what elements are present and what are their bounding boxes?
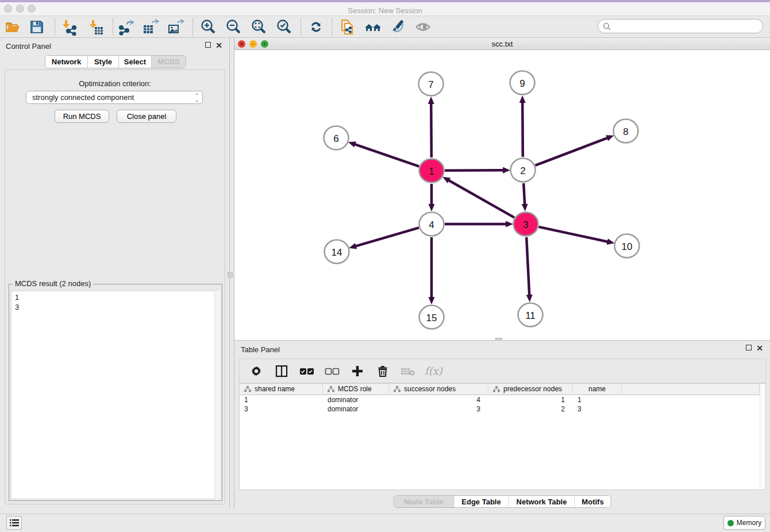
open-folder-icon[interactable] (3, 18, 22, 36)
tab-motifs[interactable]: Motifs (575, 496, 611, 507)
arrowhead-icon (607, 238, 615, 245)
node-table[interactable]: shared nameMCDS rolesuccessor nodesprede… (239, 383, 766, 490)
table-cell[interactable]: 3 (389, 404, 488, 414)
table-panel-close-icon[interactable]: ✕ (756, 344, 763, 352)
export-image-icon[interactable] (167, 18, 185, 36)
show-columns-icon[interactable] (273, 363, 290, 380)
graph-node-9[interactable]: 9 (510, 71, 535, 95)
table-cell[interactable]: dominator (323, 395, 389, 404)
graph-node-6[interactable]: 6 (324, 126, 349, 150)
criterion-dropdown[interactable]: strongly connected component ⌃⌃ (26, 91, 203, 104)
table-row[interactable]: 3dominator323 (240, 404, 765, 414)
close-panel-button[interactable]: Close panel (117, 110, 176, 123)
zoom-out-icon[interactable] (224, 18, 242, 36)
search-icon (603, 22, 611, 30)
arrowhead-icon (503, 167, 510, 174)
tab-select[interactable]: Select (119, 56, 152, 68)
select-all-checkboxes-icon[interactable] (298, 363, 315, 380)
graph-edge-1-6[interactable] (353, 144, 419, 166)
table-cell[interactable]: 1 (240, 395, 323, 404)
graph-node-3[interactable]: 3 (514, 213, 538, 236)
graphics-details-icon[interactable] (388, 18, 407, 36)
delete-row-trash-icon[interactable] (374, 363, 391, 380)
table-cell[interactable]: 1 (573, 395, 622, 404)
import-table-icon[interactable] (86, 18, 105, 36)
zoom-selected-icon[interactable] (275, 18, 293, 36)
column-header-name[interactable]: name (573, 384, 622, 394)
graph-node-label: 10 (622, 241, 633, 252)
deselect-all-checkboxes-icon[interactable] (324, 363, 341, 380)
export-network-icon[interactable] (117, 18, 135, 36)
tab-network-table[interactable]: Network Table (509, 496, 575, 507)
mcds-result-scrollbar[interactable] (214, 291, 220, 499)
graph-edge-3-10[interactable] (538, 227, 609, 242)
zoom-in-icon[interactable] (199, 18, 217, 36)
graph-node-7[interactable]: 7 (419, 72, 444, 96)
delete-table-icon (399, 363, 417, 380)
graph-node-4[interactable]: 4 (419, 213, 444, 236)
graph-edge-2-8[interactable] (536, 137, 609, 165)
table-panel: Table Panel ✕ f(x) shared nameMCDS roles… (234, 340, 770, 509)
graph-edge-4-14[interactable] (355, 228, 419, 246)
save-session-icon[interactable] (28, 18, 46, 36)
control-panel-close-icon[interactable]: ✕ (215, 41, 222, 49)
duplicate-network-icon[interactable] (338, 18, 357, 36)
graph-edge-1-2[interactable] (445, 170, 505, 171)
graph-node-2[interactable]: 2 (511, 159, 536, 182)
network-frame-titlebar[interactable]: ✕ − + scc.txt (234, 38, 770, 50)
tab-node-table[interactable]: Node Table (394, 496, 455, 507)
settings-gear-icon[interactable] (248, 363, 265, 380)
search-input[interactable] (613, 21, 763, 32)
graph-node-15[interactable]: 15 (419, 306, 444, 329)
graph-node-11[interactable]: 11 (518, 303, 543, 327)
table-cell[interactable]: 1 (488, 395, 573, 404)
tab-edge-table[interactable]: Edge Table (455, 496, 509, 507)
arrowhead-icon (429, 204, 435, 211)
tab-mcds[interactable]: MCDS (152, 56, 186, 68)
table-cell[interactable]: 3 (573, 404, 622, 414)
graph-node-14[interactable]: 14 (325, 240, 349, 264)
graph-edge-3-1[interactable] (448, 180, 514, 218)
export-table-icon[interactable] (141, 18, 160, 36)
column-header-shared-name[interactable]: shared name (240, 384, 323, 394)
graph-edge-1-7[interactable] (431, 102, 432, 157)
graph-edge-2-3[interactable] (523, 183, 525, 206)
graph-edge-3-11[interactable] (526, 237, 529, 296)
table-cell[interactable]: 2 (488, 404, 573, 414)
import-network-icon[interactable] (59, 18, 78, 36)
control-panel-float-icon[interactable] (205, 41, 211, 49)
column-header-successor-nodes[interactable]: successor nodes (389, 384, 488, 394)
list-icon (10, 519, 19, 527)
graph-node-10[interactable]: 10 (615, 234, 640, 258)
graph-edge-2-9[interactable] (522, 101, 523, 157)
zoom-fit-icon[interactable] (249, 18, 268, 36)
tab-style[interactable]: Style (88, 56, 119, 68)
arrowhead-icon (348, 141, 356, 147)
network-canvas[interactable]: 7968124314101511 (234, 50, 769, 340)
graph-node-8[interactable]: 8 (614, 119, 638, 143)
search-field[interactable] (598, 19, 763, 33)
network-frame-title: scc.txt (234, 40, 770, 48)
table-cell[interactable]: 3 (240, 404, 323, 414)
result-line: 1 (15, 292, 221, 302)
run-mcds-button[interactable]: Run MCDS (55, 110, 109, 123)
mcds-result-textarea[interactable]: 13 (11, 291, 221, 499)
table-row[interactable]: 1dominator411 (240, 395, 765, 404)
table-cell[interactable]: dominator (323, 404, 389, 414)
table-cell[interactable]: 4 (389, 395, 488, 404)
column-type-icon (328, 386, 334, 392)
home-views-icon[interactable] (364, 18, 382, 36)
toolbar-separator (192, 18, 193, 36)
tab-network[interactable]: Network (45, 56, 88, 68)
refresh-layout-icon[interactable] (307, 18, 325, 36)
add-row-icon[interactable] (349, 363, 366, 380)
column-header-predecessor-nodes[interactable]: predecessor nodes (488, 384, 573, 394)
night-mode-eye-icon[interactable] (414, 18, 432, 36)
memory-button[interactable]: Memory (723, 516, 765, 530)
vertical-splitter-grip[interactable] (228, 272, 233, 277)
table-scrollbar[interactable] (760, 384, 765, 489)
column-header-MCDS-role[interactable]: MCDS role (323, 384, 389, 394)
status-menu-button[interactable] (6, 516, 22, 530)
table-panel-float-icon[interactable] (746, 344, 752, 352)
graph-node-1[interactable]: 1 (419, 159, 444, 183)
